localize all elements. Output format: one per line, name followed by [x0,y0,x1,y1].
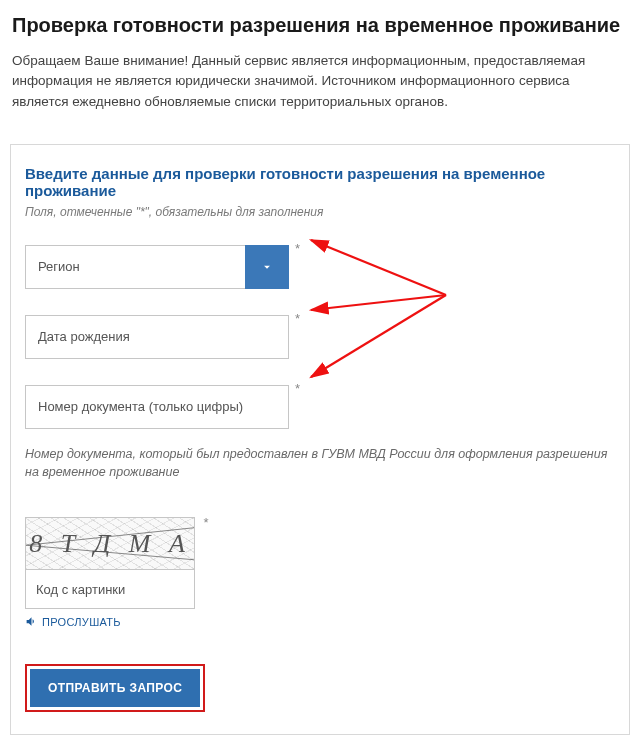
doc-hint: Номер документа, который был предоставле… [25,445,615,481]
page-title: Проверка готовности разрешения на времен… [0,0,640,45]
chevron-down-icon [260,260,274,274]
dob-field-row: Дата рождения * [25,315,615,359]
required-asterisk: * [295,311,300,326]
captcha-listen-label: ПРОСЛУШАТЬ [42,616,121,628]
captcha-listen-link[interactable]: ПРОСЛУШАТЬ [25,615,121,628]
doc-field-row: Номер документа (только цифры) * [25,385,615,429]
submit-highlight: ОТПРАВИТЬ ЗАПРОС [25,664,205,712]
speaker-icon [25,615,38,628]
captcha-text: 8 Т Д М А [29,529,191,559]
required-asterisk: * [295,381,300,396]
svg-line-1 [311,295,446,310]
form-title: Введите данные для проверки готовности р… [25,165,615,199]
required-asterisk: * [203,515,208,530]
region-field-row: Регион * [25,245,615,289]
intro-text: Обращаем Ваше внимание! Данный сервис яв… [0,45,640,132]
required-note: Поля, отмеченные "*", обязательны для за… [25,205,615,219]
form-container: Введите данные для проверки готовности р… [10,144,630,735]
captcha-input[interactable]: Код с картинки [25,569,195,609]
region-select[interactable]: Регион [25,245,245,289]
required-asterisk: * [295,241,300,256]
captcha-image: 8 Т Д М А [25,517,195,569]
doc-number-input[interactable]: Номер документа (только цифры) [25,385,289,429]
submit-button[interactable]: ОТПРАВИТЬ ЗАПРОС [30,669,200,707]
region-dropdown-toggle[interactable] [245,245,289,289]
captcha-block: 8 Т Д М А Код с картинки * ПРОСЛУШАТЬ [25,517,615,632]
dob-input[interactable]: Дата рождения [25,315,289,359]
